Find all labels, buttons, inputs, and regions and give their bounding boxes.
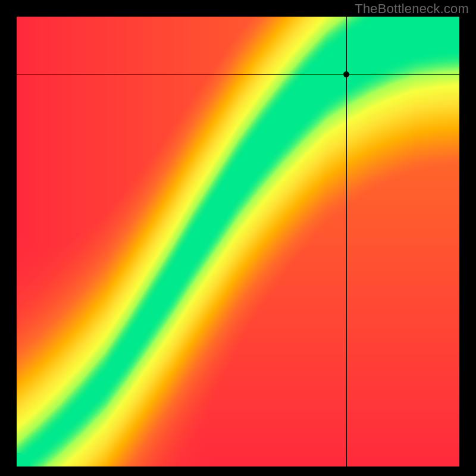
chart-frame: TheBottleneck.com [0,0,476,476]
crosshair-vertical [346,17,347,466]
watermark-text: TheBottleneck.com [355,1,469,17]
plot-area [17,17,459,466]
marker-dot [343,71,349,77]
heatmap-canvas [17,17,459,466]
crosshair-horizontal [17,74,459,75]
